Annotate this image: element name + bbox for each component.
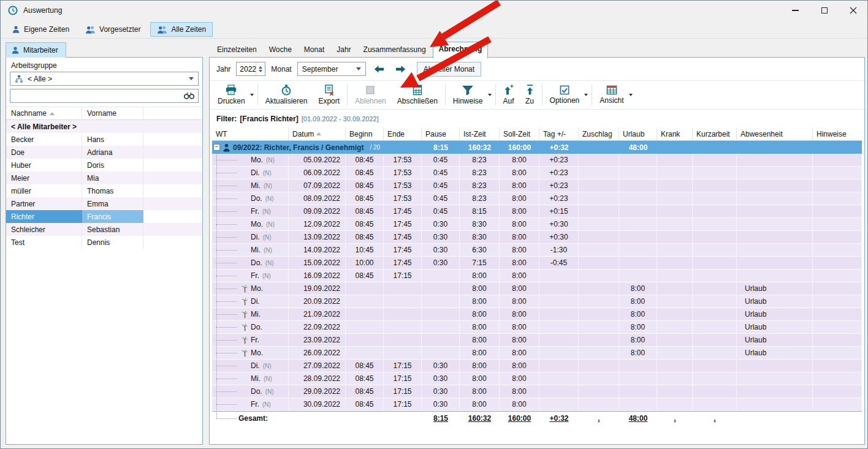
day-row[interactable]: Mo. (N) 12.09.2022 08:45 17:45 0:30 8:30… [212,218,862,231]
day-row[interactable]: Mo. 26.09.2022 8:00 8:00 8:00 [212,347,862,360]
weekday-label: Mi. [251,374,261,383]
day-row[interactable]: Mo. 19.09.2022 8:00 8:00 8:00 [212,282,862,295]
column-header-tag[interactable]: Tag +/- [539,127,579,140]
column-header-zuschlag[interactable]: Zuschlag [579,127,619,140]
tab-abrechnung[interactable]: Abrechnung [433,42,489,58]
auf-button[interactable]: Auf [498,81,520,108]
day-row[interactable]: Di. 20.09.2022 8:00 8:00 8:00 [212,295,862,308]
abrechnung-panel: Jahr Monat September Aktueller Monat [209,57,865,445]
column-header-wt[interactable]: WT [212,127,289,140]
employee-row[interactable]: Meier Mia [6,172,202,184]
ablehnen-button[interactable]: Ablehnen [349,81,392,108]
employee-firstname: Mia [82,172,143,184]
export-button[interactable]: Export [313,81,345,108]
employee-row[interactable]: Partner Emma [6,197,202,210]
ist-zeit-cell: 8:00 [460,270,500,282]
tab-woche[interactable]: Woche [264,43,297,58]
column-header-pause[interactable]: Pause [422,127,460,140]
dropdown-arrow-icon[interactable] [584,94,588,96]
binoculars-icon[interactable] [180,92,198,100]
tab-eigene-zeiten[interactable]: Eigene Zeiten [6,22,75,37]
column-header-ist-zeit[interactable]: Ist-Zeit [460,127,500,140]
column-header-urlaub[interactable]: Urlaub [619,127,657,140]
tab-zusammenfassung[interactable]: Zusammenfassung [358,43,432,58]
employee-row[interactable]: müller Thomas [6,184,202,197]
employee-row[interactable]: Richter Francis [6,210,202,223]
column-header-hinweise[interactable]: Hinweise [813,127,862,140]
drucken-button[interactable]: Drucken [212,81,256,108]
day-row[interactable]: Do. 22.09.2022 8:00 8:00 8:00 [212,321,862,334]
dropdown-arrow-icon[interactable] [250,94,254,96]
next-month-button[interactable] [393,62,409,77]
tab-einzelzeiten[interactable]: Einzelzeiten [211,43,262,58]
hinweise-cell [813,360,862,372]
hinweise-button[interactable]: Hinweise [447,81,493,108]
tab-vorgesetzter[interactable]: Vorgesetzter [79,22,147,37]
column-header-krank[interactable]: Krank [657,127,693,140]
reject-icon [365,85,376,96]
day-row[interactable]: Di. (N) 27.09.2022 08:45 17:15 0:30 8:00… [212,360,862,372]
employee-row[interactable]: Becker Hans [6,133,202,146]
day-row[interactable]: Fr. (N) 16.09.2022 08:45 17:15 8:00 8:00 [212,270,862,282]
column-header-beginn[interactable]: Beginn [346,127,384,140]
column-header-kurzarbeit[interactable]: Kurzarbeit [693,127,737,140]
tab-monat[interactable]: Monat [299,43,330,58]
day-row[interactable]: Fr. 23.09.2022 8:00 8:00 8:00 [212,334,862,347]
column-header-soll-zeit[interactable]: Soll-Zeit [500,127,539,140]
title-bar[interactable]: Auswertung [1,1,867,20]
close-icon [850,7,857,14]
column-header-nachname[interactable]: Nachname [6,107,82,119]
day-row[interactable]: Di. (N) 06.09.2022 08:45 17:53 0:45 8:23… [212,167,862,179]
zu-button[interactable]: Zu [520,81,540,108]
employee-lastname: Becker [6,133,82,146]
day-row[interactable]: Do. (N) 08.09.2022 08:45 17:53 0:45 8:23… [212,192,862,205]
day-row[interactable]: Fr. (N) 30.09.2022 08:45 17:15 0:30 8:00… [212,398,862,411]
search-input[interactable] [10,89,180,102]
hinweise-cell [813,167,862,179]
tab-mitarbeiter[interactable]: Mitarbeiter [6,42,66,58]
employee-firstname: Hans [82,133,143,146]
optionen-button[interactable]: Optionen [544,81,590,108]
day-row[interactable]: Do. (N) 29.09.2022 08:45 17:15 0:30 8:00… [212,385,862,398]
year-spinner-arrows[interactable] [256,62,265,75]
minimize-button[interactable] [781,1,810,20]
day-row[interactable]: Fr. (N) 09.09.2022 08:45 17:45 0:45 8:15… [212,205,862,218]
employee-row[interactable]: Schleicher Sebastian [6,223,202,236]
employee-row[interactable]: Huber Doris [6,159,202,172]
tab-jahr[interactable]: Jahr [331,43,356,58]
column-header-vorname[interactable]: Vorname [82,107,143,119]
column-header-ende[interactable]: Ende [384,127,422,140]
ist-zeit-cell: 8:30 [460,231,500,244]
aktueller-monat-button[interactable]: Aktueller Monat [417,62,481,77]
weekday-label: Mi. [251,246,261,254]
employee-row[interactable]: Doe Adriana [6,146,202,159]
month-select[interactable]: September [297,62,366,76]
employee-row[interactable]: Test Dennis [6,236,202,249]
maximize-button[interactable] [810,1,839,20]
month-group-row[interactable]: − 09/2022: Richter, Francis / Genehmigt … [212,141,862,154]
tab-alle-zeiten[interactable]: Alle Zeiten [150,22,213,37]
abschliessen-button[interactable]: Abschließen [392,81,443,108]
aktualisieren-button[interactable]: Aktualisieren [260,81,313,108]
day-row[interactable]: Mi. (N) 28.09.2022 08:45 17:15 0:30 8:00… [212,372,862,385]
arrow-up-plus-icon [503,85,514,96]
arbeitsgruppe-select[interactable]: < Alle > [10,72,199,86]
panel-splitter[interactable] [203,57,209,445]
day-row[interactable]: Mi. 21.09.2022 8:00 8:00 8:00 [212,308,862,321]
day-row[interactable]: Mo. (N) 05.09.2022 08:45 17:53 0:45 8:23… [212,154,862,167]
day-row[interactable]: Mi. (N) 07.09.2022 08:45 17:53 0:45 8:23… [212,179,862,192]
collapse-icon[interactable]: − [213,144,220,151]
year-input[interactable] [237,62,256,75]
dropdown-arrow-icon[interactable] [488,94,492,96]
dropdown-arrow-icon[interactable] [629,94,633,96]
day-row[interactable]: Di. (N) 13.09.2022 08:45 17:45 0:30 8:30… [212,231,862,244]
column-header-datum[interactable]: Datum [289,127,346,140]
day-row[interactable]: Do. (N) 15.09.2022 10:00 17:45 0:30 7:15… [212,257,862,270]
day-row[interactable]: Mi. (N) 14.09.2022 10:45 17:45 0:30 6:30… [212,244,862,257]
column-header-abwesenheit[interactable]: Abwesenheit [737,127,813,140]
close-button[interactable] [839,1,867,20]
previous-month-button[interactable] [371,62,387,77]
all-employees-row[interactable]: < Alle Mitarbeiter > [6,120,202,133]
ansicht-button[interactable]: Ansicht [594,81,634,108]
kurzarbeit-cell [693,385,737,398]
